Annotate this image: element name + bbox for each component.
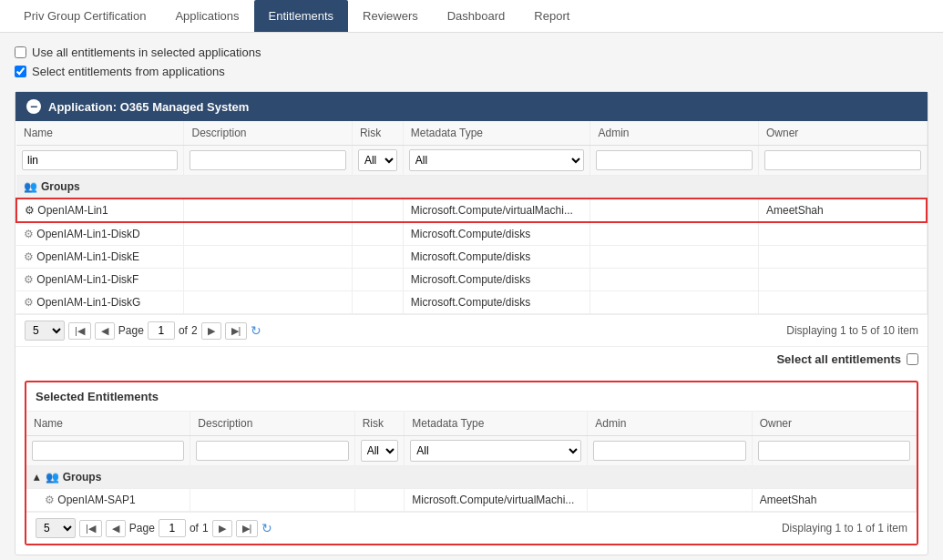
cell-risk <box>352 291 403 314</box>
sel-group-row-cell: ▴ 👥 Groups <box>26 466 917 489</box>
pagination-left-1: 5 10 25 |◀ ◀ Page of 2 ▶ ▶| ↻ <box>25 321 261 341</box>
select-all-checkbox[interactable] <box>907 353 918 365</box>
sel-filter-admin-input[interactable] <box>593 441 745 461</box>
sel-table-row[interactable]: ⚙ OpenIAM-SAP1 Microsoft.Compute/virtual… <box>26 489 917 512</box>
table-row[interactable]: ⚙ OpenIAM-Lin1-DiskF Microsoft.Compute/d… <box>16 269 927 291</box>
last-page-btn-1[interactable]: ▶| <box>225 322 248 340</box>
cell-metadata: Microsoft.Compute/disks <box>403 269 590 291</box>
page-input-1[interactable] <box>148 321 175 340</box>
sel-cell-name: ⚙ OpenIAM-SAP1 <box>26 489 190 512</box>
cell-owner: AmeetShah <box>758 199 927 222</box>
cell-desc <box>184 291 352 314</box>
ent-icon: ⚙ <box>24 296 34 309</box>
prev-page-btn-1[interactable]: ◀ <box>95 322 115 340</box>
sel-page-input[interactable] <box>159 519 186 537</box>
refresh-icon-1[interactable]: ↻ <box>251 323 261 338</box>
filter-owner-cell <box>758 146 927 176</box>
cell-metadata: Microsoft.Compute/disks <box>403 291 590 314</box>
sel-last-page-btn[interactable]: ▶| <box>236 520 259 537</box>
sel-col-admin: Admin <box>588 412 752 436</box>
table-header-row: Name Description Risk Metadata Type Admi… <box>16 121 927 146</box>
filter-admin-input[interactable] <box>596 150 752 170</box>
col-admin: Admin <box>590 121 758 146</box>
sel-filter-desc-cell <box>190 436 354 466</box>
cell-risk <box>352 246 403 269</box>
sel-group-row: ▴ 👥 Groups <box>26 466 917 489</box>
sel-col-description: Description <box>190 412 354 436</box>
sel-filter-name-cell <box>26 436 190 466</box>
filter-metadata-select[interactable]: All <box>409 149 585 171</box>
row-name: OpenIAM-Lin1-DiskD <box>36 228 139 240</box>
select-all-label: Select all entitlements <box>776 352 901 366</box>
cell-metadata: Microsoft.Compute/virtualMachi... <box>403 199 590 222</box>
cell-owner <box>758 269 927 291</box>
cell-desc <box>184 269 352 291</box>
tab-entitlements[interactable]: Entitlements <box>254 0 349 32</box>
sel-ent-icon: ⚙ <box>45 494 55 506</box>
entitlements-table: Name Description Risk Metadata Type Admi… <box>15 121 928 314</box>
filter-desc-input[interactable] <box>190 150 345 170</box>
sel-filter-name-input[interactable] <box>32 441 184 461</box>
tab-applications[interactable]: Applications <box>160 0 253 32</box>
sel-next-page-btn[interactable]: ▶ <box>212 520 232 537</box>
sel-filter-metadata-select[interactable]: All <box>410 440 581 462</box>
cell-name: ⚙ OpenIAM-Lin1-DiskG <box>16 291 184 314</box>
sel-refresh-icon[interactable]: ↻ <box>261 521 272 535</box>
group-label: Groups <box>41 180 80 193</box>
sel-filter-owner-input[interactable] <box>758 441 910 461</box>
sel-col-name: Name <box>26 412 190 436</box>
col-risk: Risk <box>352 121 403 146</box>
checkbox-select-from[interactable] <box>15 66 26 77</box>
table-row[interactable]: ⚙ OpenIAM-Lin1-DiskE Microsoft.Compute/d… <box>16 246 927 269</box>
col-description: Description <box>184 121 352 146</box>
group-row-cell: 👥 Groups <box>16 176 927 199</box>
app-header-1: Application: O365 Managed System <box>15 92 928 121</box>
filter-admin-cell <box>590 146 758 176</box>
checkbox-use-all[interactable] <box>15 46 26 58</box>
pagination-row-1: 5 10 25 |◀ ◀ Page of 2 ▶ ▶| ↻ Displaying… <box>15 314 928 346</box>
checkbox-use-all-label: Use all entitlements in selected applica… <box>32 46 261 59</box>
sel-cell-desc <box>190 489 354 512</box>
table-row[interactable]: ⚙ OpenIAM-Lin1-DiskG Microsoft.Compute/d… <box>16 291 927 314</box>
tab-dashboard[interactable]: Dashboard <box>433 0 520 32</box>
table-row[interactable]: ⚙ OpenIAM-Lin1 Microsoft.Compute/virtual… <box>16 199 927 222</box>
checkbox-select-from-row: Select entitlements from applications <box>15 65 928 78</box>
sel-pagination-left: 5 10 |◀ ◀ Page of 1 ▶ ▶| ↻ <box>36 518 272 538</box>
sel-prev-page-btn[interactable]: ◀ <box>106 520 126 537</box>
filter-name-input[interactable] <box>22 150 178 170</box>
table-row[interactable]: ⚙ OpenIAM-Lin1-DiskD Microsoft.Compute/d… <box>16 222 927 246</box>
sel-first-page-btn[interactable]: |◀ <box>79 520 102 537</box>
filter-risk-select[interactable]: All <box>358 149 397 171</box>
nav-bar: Priv Group Certification Applications En… <box>0 0 943 33</box>
tab-reviewers[interactable]: Reviewers <box>348 0 433 32</box>
page-size-select-1[interactable]: 5 10 25 <box>25 321 65 341</box>
cell-desc <box>184 246 352 269</box>
selected-entitlements-section: Selected Entitlements Name Description R… <box>25 381 918 545</box>
cell-risk <box>352 199 403 222</box>
table-container-1: Name Description Risk Metadata Type Admi… <box>15 121 928 372</box>
next-page-btn-1[interactable]: ▶ <box>201 322 221 340</box>
selected-entitlements-table: Name Description Risk Metadata Type Admi… <box>26 412 917 512</box>
cell-name: ⚙ OpenIAM-Lin1-DiskD <box>16 222 184 246</box>
filter-owner-input[interactable] <box>764 150 921 170</box>
sel-cell-owner: AmeetShah <box>752 489 916 512</box>
cell-risk <box>352 269 403 291</box>
selected-ent-header: Selected Entitlements <box>26 382 917 412</box>
tab-report[interactable]: Report <box>519 0 584 32</box>
sel-pagination-right: Displaying 1 to 1 of 1 item <box>782 522 907 535</box>
collapse-icon[interactable] <box>26 99 41 114</box>
first-page-btn-1[interactable]: |◀ <box>68 322 91 340</box>
sel-filter-risk-select[interactable]: All <box>361 440 399 462</box>
filter-metadata-cell: All <box>403 146 590 176</box>
col-owner: Owner <box>758 121 927 146</box>
main-content: Use all entitlements in selected applica… <box>0 33 943 560</box>
cell-admin <box>590 269 758 291</box>
sel-page-size-select[interactable]: 5 10 <box>36 518 76 538</box>
sel-of-label: of <box>190 522 199 535</box>
checkbox-use-all-row: Use all entitlements in selected applica… <box>15 46 928 59</box>
sel-filter-desc-input[interactable] <box>196 441 348 461</box>
filter-row: All All <box>16 146 927 176</box>
pagination-right-1: Displaying 1 to 5 of 10 item <box>786 324 918 337</box>
tab-priv-group[interactable]: Priv Group Certification <box>9 0 160 32</box>
group-icon: 👥 Groups <box>24 180 80 193</box>
